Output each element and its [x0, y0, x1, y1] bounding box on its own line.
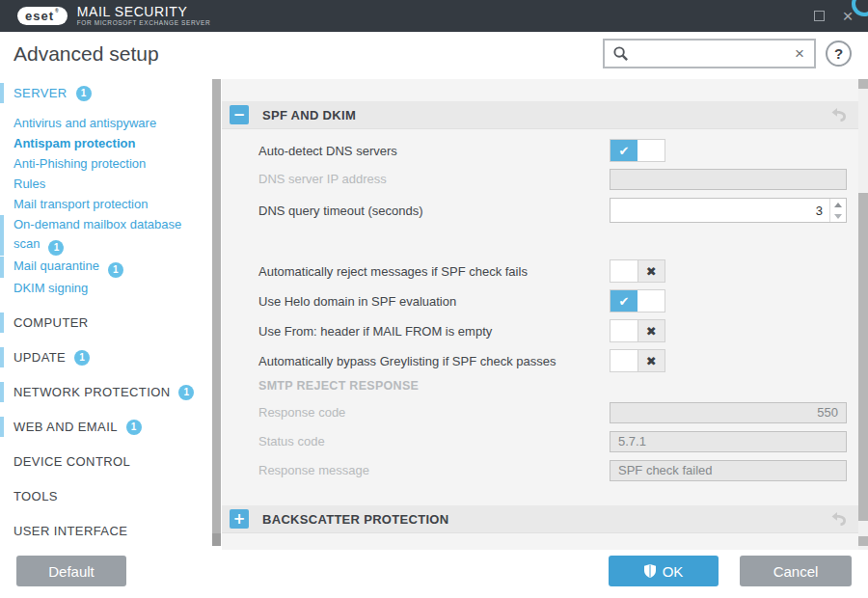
toggle-thumb: [637, 140, 665, 161]
setting-row-automatically-bypass-greylisting-if-spf-check-passes: Automatically bypass Greylisting if SPF …: [258, 349, 847, 372]
sidebar-item-device-control[interactable]: DEVICE CONTROL: [0, 451, 212, 472]
content-scrollbar-bottom-cap[interactable]: [858, 536, 868, 546]
setting-control: ✔: [610, 289, 847, 313]
sidebar-item-mail-quarantine[interactable]: Mail quarantine1: [0, 257, 212, 278]
search-input[interactable]: [635, 45, 793, 62]
sidebar-item-computer[interactable]: COMPUTER: [0, 313, 212, 333]
input-response-code: 550: [610, 402, 847, 423]
sidebar-item-label: NETWORK PROTECTION: [14, 385, 170, 399]
toggle-auto-detect-dns-servers[interactable]: ✔: [610, 139, 665, 162]
toggle-check-icon: ✔: [610, 140, 637, 161]
sidebar-item-label: UPDATE: [14, 350, 66, 365]
help-button[interactable]: ?: [826, 41, 852, 67]
collapse-section-button[interactable]: −: [230, 105, 249, 124]
sidebar-scrollbar-thumb-end[interactable]: [212, 533, 221, 546]
toggle-x-icon: ✖: [638, 320, 665, 341]
change-count-badge: 1: [126, 420, 142, 435]
expand-section-button[interactable]: +: [230, 509, 249, 529]
ok-button[interactable]: OK: [609, 556, 719, 586]
sidebar-item-tools[interactable]: TOOLS: [0, 486, 212, 506]
spinner-down-button[interactable]: [830, 210, 846, 222]
window-buttons: ×: [812, 0, 854, 32]
toggle-automatically-bypass-greylisting-if-spf-check-passes[interactable]: ✖: [610, 349, 665, 372]
modified-indicator-bar: [0, 257, 4, 278]
sidebar-item-server[interactable]: SERVER1: [0, 83, 212, 103]
sidebar-item-label: USER INTERFACE: [14, 524, 127, 538]
spinner-up-button[interactable]: [830, 199, 846, 210]
input-dns-query-timeout-seconds[interactable]: 3: [610, 198, 847, 223]
sidebar-item-label: TOOLS: [14, 489, 58, 503]
sidebar-item-antispam-protection[interactable]: Antispam protection: [0, 134, 212, 153]
toggle-automatically-reject-messages-if-spf-check-fails[interactable]: ✖: [610, 259, 665, 283]
setting-row-response-code: Response code550: [258, 402, 847, 422]
modified-indicator-bar: [0, 347, 4, 367]
setting-control: ✖: [610, 259, 847, 283]
change-count-badge: 1: [178, 385, 194, 400]
input-value: SPF check failed: [618, 463, 713, 477]
sidebar-item-web-and-email[interactable]: WEB AND EMAIL1: [0, 417, 212, 437]
cancel-button[interactable]: Cancel: [740, 556, 852, 586]
modified-indicator-bar: [0, 417, 4, 437]
modified-indicator-bar: [0, 215, 4, 256]
default-button[interactable]: Default: [16, 556, 126, 586]
product-subtitle: FOR MICROSOFT EXCHANGE SERVER: [77, 19, 211, 26]
sidebar-item-user-interface[interactable]: USER INTERFACE: [0, 521, 212, 541]
product-name: MAIL SECURITY: [77, 6, 211, 18]
number-spinner[interactable]: [829, 199, 846, 222]
sidebar-item-rules[interactable]: Rules: [0, 175, 212, 194]
setting-row-status-code: Status code5.7.1: [258, 431, 847, 451]
arrow-up-icon: [834, 203, 842, 207]
input-value: 5.7.1: [618, 434, 646, 448]
ok-button-label: OK: [663, 563, 684, 580]
content-scrollbar-thumb[interactable]: [858, 193, 868, 521]
input-value: 550: [817, 405, 838, 420]
setting-row-dns-query-timeout-seconds: DNS query timeout (seconds)3: [258, 198, 847, 223]
setting-control: 5.7.1: [610, 431, 847, 452]
revert-to-default-icon[interactable]: [830, 107, 849, 122]
setting-control: ✖: [610, 349, 847, 372]
sidebar-group: USER INTERFACE: [0, 521, 212, 541]
modified-indicator-bar: [0, 382, 4, 402]
maximize-button[interactable]: [812, 10, 826, 23]
toggle-thumb: [610, 320, 638, 341]
sidebar-item-on-demand-mailbox-database-scan[interactable]: On-demand mailbox database scan1: [0, 215, 212, 256]
sidebar-item-mail-transport-protection[interactable]: Mail transport protection: [0, 195, 212, 214]
setting-label: Response message: [258, 463, 610, 477]
setting-label: Status code: [258, 434, 610, 448]
maximize-icon: [814, 11, 825, 21]
setting-control: 550: [610, 402, 847, 423]
setting-label: Automatically reject messages if SPF che…: [258, 264, 610, 279]
search-box[interactable]: ×: [603, 39, 816, 68]
sidebar-sublist: Antivirus and antispywareAntispam protec…: [0, 114, 212, 298]
close-button[interactable]: ×: [841, 10, 854, 23]
toggle-check-icon: ✔: [610, 290, 637, 312]
sidebar-item-network-protection[interactable]: NETWORK PROTECTION1: [0, 382, 212, 402]
section-title: SPF AND DKIM: [262, 108, 830, 122]
search-icon: [612, 45, 629, 62]
toggle-x-icon: ✖: [638, 260, 665, 282]
revert-to-default-icon[interactable]: [830, 511, 849, 527]
sidebar-scrollbar[interactable]: [212, 79, 221, 546]
setting-label: DNS server IP address: [258, 172, 610, 186]
sidebar-item-anti-phishing-protection[interactable]: Anti-Phishing protection: [0, 154, 212, 174]
sidebar-item-label: Anti-Phishing protection: [14, 156, 146, 171]
sidebar-item-antivirus-and-antispyware[interactable]: Antivirus and antispyware: [0, 114, 212, 133]
section-rows: Auto-detect DNS servers✔DNS server IP ad…: [222, 129, 868, 480]
search-clear-icon[interactable]: ×: [793, 45, 806, 62]
change-count-badge: 1: [48, 240, 64, 256]
setting-control: 3: [610, 198, 847, 223]
toggle-use-from-header-if-mail-from-is-empty[interactable]: ✖: [610, 319, 665, 342]
toggle-thumb: [610, 260, 638, 282]
setting-label: Use Helo domain in SPF evaluation: [258, 294, 610, 309]
setting-row-response-message: Response messageSPF check failed: [258, 460, 847, 480]
content-scrollbar[interactable]: [858, 79, 868, 550]
eset-logo: eset®: [17, 7, 68, 25]
setting-control: SPF check failed: [610, 460, 847, 481]
sidebar-item-update[interactable]: UPDATE1: [0, 347, 212, 367]
sidebar-item-label: COMPUTER: [14, 315, 89, 330]
toggle-use-helo-domain-in-spf-evaluation[interactable]: ✔: [610, 289, 665, 313]
sidebar-item-dkim-signing[interactable]: DKIM signing: [0, 279, 212, 298]
setting-row-automatically-reject-messages-if-spf-check-fails: Automatically reject messages if SPF che…: [258, 259, 847, 283]
content-scrollbar-top-cap[interactable]: [858, 79, 868, 89]
sidebar-group: TOOLS: [0, 486, 212, 506]
